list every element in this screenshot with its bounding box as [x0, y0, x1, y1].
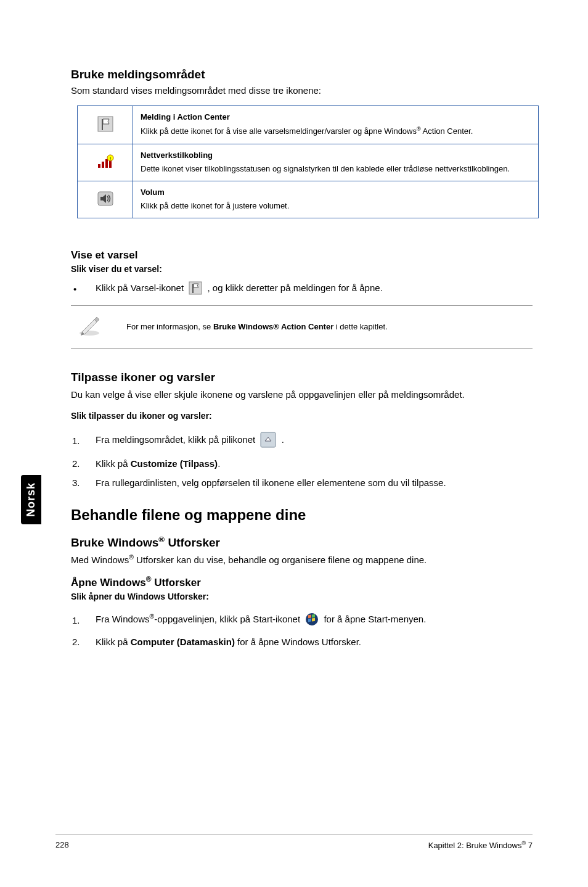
- step-number: 3.: [71, 477, 96, 488]
- flag-icon-inline: [189, 281, 202, 297]
- section-title-notification-area: Bruke meldingsområdet: [71, 68, 533, 81]
- step-number: 2.: [71, 458, 96, 469]
- row-title: Nettverkstilkobling: [141, 151, 531, 160]
- notification-icons-table: Melding i Action Center Klikk på dette i…: [77, 105, 539, 218]
- speaker-icon: [97, 191, 114, 207]
- volume-icon-cell: [78, 181, 133, 218]
- step-text-pre: Klikk på: [96, 637, 131, 647]
- step-number: 1.: [71, 435, 96, 446]
- action-center-icon-cell: [78, 106, 133, 144]
- main-heading: Behandle filene og mappene dine: [71, 506, 533, 524]
- page-footer: 228 Kapittel 2: Bruke Windows® 7: [55, 835, 533, 850]
- svg-rect-3: [102, 162, 104, 168]
- network-icon: !: [97, 154, 114, 169]
- volume-desc-cell: Volum Klikk på dette ikonet for å juster…: [133, 181, 539, 218]
- step-number: 1.: [71, 615, 96, 625]
- row-desc: Klikk på dette ikonet for å vise alle va…: [141, 125, 531, 138]
- subsection-open-explorer: Åpne Windows® Utforsker: [71, 575, 533, 589]
- svg-rect-15: [312, 614, 315, 618]
- section-intro: Du kan velge å vise eller skjule ikonene…: [71, 388, 533, 401]
- step-number: 2.: [71, 637, 96, 647]
- bullet-text-pre: Klikk på Varsel-ikonet: [96, 283, 186, 293]
- windows-start-icon: [305, 613, 319, 628]
- instruction-heading: Slik åpner du Windows Utforsker:: [71, 592, 533, 601]
- step-item: 1. Fra Windows®-oppgavelinjen, klikk på …: [71, 613, 533, 628]
- instruction-heading: Slik viser du et varsel:: [71, 264, 533, 274]
- step-text-pre: Klikk på: [96, 458, 131, 469]
- svg-rect-2: [98, 164, 100, 168]
- note-text: For mer informasjon, se Bruke Windows® A…: [108, 322, 388, 331]
- section-intro: Som standard vises meldingsområdet med d…: [71, 85, 533, 96]
- row-title: Melding i Action Center: [141, 112, 531, 122]
- step-text-pre: Fra meldingsområdet, klikk på pilikonet: [96, 434, 258, 445]
- network-icon-cell: !: [78, 144, 133, 181]
- step-text-pre: Fra Windows: [96, 614, 150, 624]
- bullet-text-post: , og klikk deretter på meldingen for å å…: [207, 283, 382, 293]
- bullet-item: • Klikk på Varsel-ikonet , og klikk dere…: [71, 281, 533, 297]
- svg-rect-17: [312, 618, 315, 622]
- step-text: Fra rullegardinlisten, velg oppførselen …: [96, 477, 446, 488]
- section-intro: Med Windows® Utforsker kan du vise, beha…: [71, 553, 533, 565]
- network-desc-cell: Nettverkstilkobling Dette ikonet viser t…: [133, 144, 539, 181]
- chapter-label: Kapittel 2: Bruke Windows® 7: [428, 840, 533, 850]
- step-item: 3. Fra rullegardinlisten, velg oppførsel…: [71, 477, 533, 488]
- svg-rect-16: [308, 618, 311, 622]
- subsection-view-alert: Vise et varsel: [71, 249, 533, 262]
- svg-rect-4: [105, 159, 108, 168]
- svg-rect-14: [308, 614, 311, 618]
- arrow-up-icon: [260, 432, 276, 450]
- step-item: 2. Klikk på Customize (Tilpass).: [71, 458, 533, 469]
- bullet-marker: •: [71, 284, 96, 294]
- step-text-post: for å åpne Start-menyen.: [324, 614, 426, 624]
- flag-icon: [97, 115, 114, 133]
- note-block: For mer informasjon, se Bruke Windows® A…: [71, 305, 533, 349]
- step-item: 1. Fra meldingsområdet, klikk på pilikon…: [71, 432, 533, 450]
- section-title-customize: Tilpasse ikoner og varsler: [71, 371, 533, 384]
- svg-text:!: !: [109, 156, 110, 162]
- step-text-post: .: [282, 434, 284, 445]
- side-tab-language: Norsk: [21, 475, 41, 524]
- step-item: 2. Klikk på Computer (Datamaskin) for å …: [71, 637, 533, 647]
- section-title-explorer: Bruke Windows® Utforsker: [71, 535, 533, 550]
- row-title: Volum: [141, 188, 531, 197]
- action-center-desc-cell: Melding i Action Center Klikk på dette i…: [133, 106, 539, 144]
- row-desc: Dette ikonet viser tilkoblingsstatusen o…: [141, 163, 531, 175]
- page-number: 228: [55, 840, 69, 850]
- row-desc: Klikk på dette ikonet for å justere volu…: [141, 200, 531, 212]
- pencil-icon: [71, 315, 108, 339]
- instruction-heading: Slik tilpasser du ikoner og varsler:: [71, 411, 533, 421]
